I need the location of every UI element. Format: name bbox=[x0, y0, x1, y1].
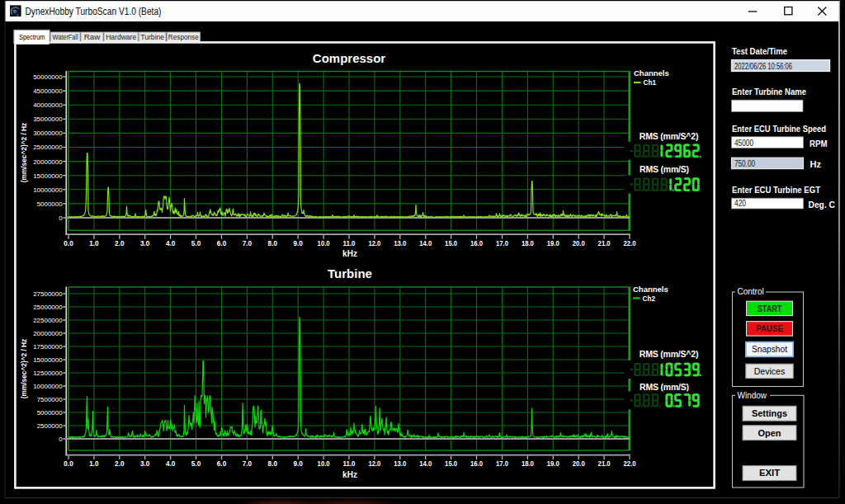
svg-text:40000000: 40000000 bbox=[33, 101, 63, 109]
svg-text:21.0: 21.0 bbox=[598, 459, 611, 468]
svg-text:10.0: 10.0 bbox=[318, 239, 330, 247]
svg-text:25000000: 25000000 bbox=[33, 304, 63, 311]
svg-text:14.0: 14.0 bbox=[419, 239, 432, 247]
svg-text:3.0: 3.0 bbox=[140, 239, 150, 247]
svg-text:WaterFall: WaterFall bbox=[53, 33, 78, 41]
svg-text:5000000: 5000000 bbox=[37, 409, 63, 417]
svg-text:Response: Response bbox=[168, 33, 199, 41]
svg-text:7.0: 7.0 bbox=[243, 239, 253, 247]
svg-text:Snapshot: Snapshot bbox=[752, 344, 787, 354]
svg-text:6.0: 6.0 bbox=[217, 459, 227, 468]
svg-text:8.0: 8.0 bbox=[268, 239, 278, 247]
svg-text:kHz: kHz bbox=[342, 249, 357, 258]
svg-text:2.0: 2.0 bbox=[115, 239, 125, 247]
svg-text:Hardware: Hardware bbox=[106, 33, 136, 41]
svg-text:9.0: 9.0 bbox=[294, 239, 304, 247]
svg-text:19.0: 19.0 bbox=[547, 239, 559, 247]
svg-text:RMS (mm/S): RMS (mm/S) bbox=[640, 382, 689, 392]
svg-text:START: START bbox=[758, 304, 782, 313]
svg-text:10000000: 10000000 bbox=[33, 383, 63, 390]
svg-text:Enter ECU Turbine EGT: Enter ECU Turbine EGT bbox=[732, 185, 821, 195]
svg-text:3.0: 3.0 bbox=[140, 459, 150, 468]
svg-text:15000000: 15000000 bbox=[33, 172, 63, 180]
svg-text:RMS (mm/S): RMS (mm/S) bbox=[640, 164, 689, 174]
svg-text:420: 420 bbox=[734, 198, 746, 208]
svg-text:EXIT: EXIT bbox=[759, 468, 780, 478]
svg-text:18.0: 18.0 bbox=[522, 239, 534, 247]
svg-text:RPM: RPM bbox=[810, 139, 828, 148]
svg-text:Test Date/Time: Test Date/Time bbox=[732, 46, 787, 56]
svg-text:Devices: Devices bbox=[754, 366, 786, 376]
svg-text:0.0: 0.0 bbox=[64, 459, 73, 468]
svg-text:11.0: 11.0 bbox=[343, 459, 356, 468]
svg-text:12.0: 12.0 bbox=[368, 459, 380, 468]
svg-text:21.0: 21.0 bbox=[598, 239, 611, 247]
svg-text:Ch1: Ch1 bbox=[644, 79, 657, 87]
svg-text:Compressor: Compressor bbox=[313, 51, 386, 65]
svg-text:Open: Open bbox=[758, 428, 781, 438]
svg-text:5000000: 5000000 bbox=[37, 200, 63, 208]
svg-text:0.0: 0.0 bbox=[64, 239, 73, 247]
svg-text:Turbine: Turbine bbox=[140, 33, 164, 41]
svg-text:750.00: 750.00 bbox=[734, 158, 755, 168]
svg-text:Hz: Hz bbox=[810, 159, 822, 169]
svg-text:22500000: 22500000 bbox=[33, 317, 63, 324]
svg-text:7500000: 7500000 bbox=[37, 396, 63, 403]
svg-text:8.0: 8.0 bbox=[268, 459, 278, 468]
svg-text:Enter Turbine Name: Enter Turbine Name bbox=[732, 87, 806, 97]
svg-text:12.0: 12.0 bbox=[368, 239, 380, 247]
svg-text:15000000: 15000000 bbox=[33, 356, 63, 364]
svg-text:4.0: 4.0 bbox=[166, 239, 176, 247]
svg-text:Raw: Raw bbox=[84, 33, 101, 41]
svg-text:0: 0 bbox=[59, 436, 63, 443]
svg-text:1.0: 1.0 bbox=[89, 239, 99, 247]
svg-text:Spectrum: Spectrum bbox=[19, 33, 45, 41]
svg-text:20000000: 20000000 bbox=[33, 330, 63, 337]
svg-text:18.0: 18.0 bbox=[522, 459, 534, 468]
svg-text:6.0: 6.0 bbox=[217, 239, 227, 247]
svg-text:DynexHobby TurboScan V1.0 (Bet: DynexHobby TurboScan V1.0 (Beta) bbox=[26, 6, 162, 17]
svg-text:Enter ECU Turbine Speed: Enter ECU Turbine Speed bbox=[732, 124, 826, 134]
svg-text:9.0: 9.0 bbox=[294, 459, 304, 468]
svg-text:11.0: 11.0 bbox=[343, 239, 356, 247]
svg-text:(mm/sec^2)^2 / Hz: (mm/sec^2)^2 / Hz bbox=[20, 123, 28, 182]
svg-text:17500000: 17500000 bbox=[33, 343, 63, 351]
svg-text:22.0: 22.0 bbox=[624, 459, 636, 468]
svg-text:Control: Control bbox=[738, 287, 764, 296]
svg-text:19.0: 19.0 bbox=[547, 459, 559, 468]
svg-text:2.0: 2.0 bbox=[115, 459, 125, 468]
svg-text:0: 0 bbox=[59, 214, 63, 222]
svg-text:14.0: 14.0 bbox=[419, 459, 432, 468]
svg-text:30000000: 30000000 bbox=[33, 130, 63, 137]
svg-text:1.0: 1.0 bbox=[89, 459, 99, 468]
svg-text:50000000: 50000000 bbox=[33, 73, 63, 81]
svg-text:Ch2: Ch2 bbox=[643, 295, 656, 303]
svg-text:10.0: 10.0 bbox=[318, 459, 330, 468]
svg-text:12500000: 12500000 bbox=[33, 370, 63, 377]
svg-text:15.0: 15.0 bbox=[445, 239, 457, 247]
svg-text:(mm/sec^2)^2 / Hz: (mm/sec^2)^2 / Hz bbox=[20, 339, 28, 398]
svg-text:PAUSE: PAUSE bbox=[756, 323, 783, 333]
svg-text:Deg. C: Deg. C bbox=[809, 200, 836, 210]
svg-text:5.0: 5.0 bbox=[191, 459, 201, 468]
svg-text:RMS (mm/S^2): RMS (mm/S^2) bbox=[640, 349, 698, 359]
svg-text:13.0: 13.0 bbox=[394, 459, 406, 468]
svg-text:7.0: 7.0 bbox=[243, 459, 253, 468]
svg-text:45000: 45000 bbox=[734, 138, 753, 148]
svg-text:45000000: 45000000 bbox=[33, 87, 63, 95]
svg-text:2500000: 2500000 bbox=[37, 422, 63, 430]
svg-text:13.0: 13.0 bbox=[394, 239, 406, 247]
svg-text:RMS (mm/S^2): RMS (mm/S^2) bbox=[640, 131, 698, 141]
svg-text:5.0: 5.0 bbox=[191, 239, 201, 247]
svg-text:Channels: Channels bbox=[634, 68, 669, 78]
svg-text:20.0: 20.0 bbox=[573, 239, 585, 247]
svg-text:20.0: 20.0 bbox=[573, 459, 585, 468]
svg-text:16.0: 16.0 bbox=[470, 459, 483, 468]
svg-text:16.0: 16.0 bbox=[470, 239, 483, 247]
svg-text:Channels: Channels bbox=[633, 285, 668, 294]
svg-text:kHz: kHz bbox=[342, 470, 357, 479]
svg-text:27500000: 27500000 bbox=[33, 290, 63, 298]
svg-text:15.0: 15.0 bbox=[445, 459, 457, 468]
svg-text:Turbine: Turbine bbox=[328, 266, 372, 280]
svg-text:2022/06/26 10:56:06: 2022/06/26 10:56:06 bbox=[734, 61, 792, 71]
